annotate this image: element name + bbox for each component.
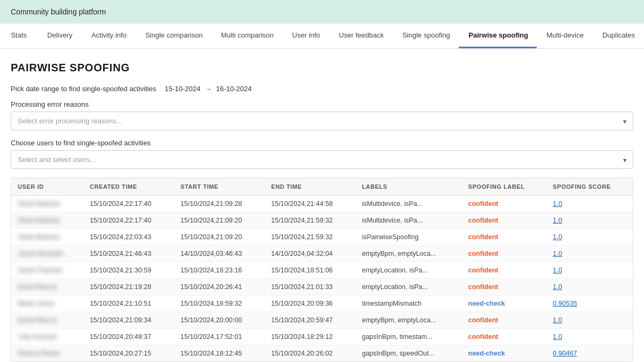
cell-spoofing-score[interactable]: 1.0 xyxy=(546,196,633,212)
tab-multi-device[interactable]: Multi-device xyxy=(537,24,592,48)
error-reasons-dropdown-wrapper: Select error processing reasons... xyxy=(11,112,633,130)
score-link[interactable]: 1.0 xyxy=(553,316,562,324)
cell-end-time: 15/10/2024,20:59:47 xyxy=(265,312,355,329)
cell-created-time: 15/10/2024,21:19:28 xyxy=(83,279,174,295)
cell-labels: emptyBpm, emptyLoca... xyxy=(355,246,462,262)
tab-user-feedback[interactable]: User feedback xyxy=(329,24,392,48)
cell-spoofing-score[interactable]: 1.0 xyxy=(546,229,633,246)
cell-created-time: 15/10/2024,21:10:51 xyxy=(83,295,174,312)
cell-spoofing-score[interactable]: 1.0 xyxy=(546,329,633,345)
error-reasons-label: Processing error reasons xyxy=(11,100,633,108)
table-row: David Marcus15/10/2024,21:09:3415/10/202… xyxy=(11,312,633,329)
cell-created-time: 15/10/2024,21:30:59 xyxy=(83,262,174,279)
date-arrow: → xyxy=(205,85,212,93)
cell-labels: isMultidevice, isPa... xyxy=(355,212,462,229)
data-table: USER IDCREATED TIMESTART TIMEEND TIMELAB… xyxy=(11,178,633,361)
tab-single-comparison[interactable]: Single comparison xyxy=(136,24,211,48)
cell-labels: timestampMismatch xyxy=(355,295,462,312)
cell-user-id: Olivia Martinez xyxy=(11,196,83,212)
tab-single-spoofing[interactable]: Single spoofing xyxy=(393,24,459,48)
cell-labels: isMultidevice, isPa... xyxy=(355,196,462,212)
table-row: Shauna Reiner15/10/2024,20:27:1515/10/20… xyxy=(11,345,633,362)
score-link[interactable]: 0.90467 xyxy=(553,350,577,357)
cell-spoofing-score[interactable]: 1.0 xyxy=(546,246,633,262)
col-spoofing-score: SPOOFING SCORE xyxy=(546,178,633,196)
cell-user-id: David Marcus xyxy=(11,312,83,329)
cell-created-time: 15/10/2024,20:49:37 xyxy=(83,329,174,345)
tab-user-info[interactable]: User info xyxy=(282,24,329,48)
cell-spoofing-score[interactable]: 1.0 xyxy=(546,212,633,229)
cell-spoofing-label: confident xyxy=(462,196,546,212)
cell-created-time: 15/10/2024,22:17:40 xyxy=(83,212,174,229)
date-start: 15-10-2024 xyxy=(165,85,201,93)
cell-user-id: Sarah Freeman xyxy=(11,262,83,279)
table-header: USER IDCREATED TIMESTART TIMEEND TIMELAB… xyxy=(11,178,633,196)
cell-start-time: 15/10/2024,17:52:01 xyxy=(174,329,265,345)
tab-stats[interactable]: Stats xyxy=(0,24,38,48)
top-bar: Community building platform xyxy=(0,0,644,24)
cell-spoofing-score[interactable]: 1.0 xyxy=(546,262,633,279)
col-start-time: START TIME xyxy=(174,178,265,196)
table-row: Martin Jones15/10/2024,21:10:5115/10/202… xyxy=(11,295,633,312)
score-link[interactable]: 1.0 xyxy=(553,267,562,274)
cell-end-time: 15/10/2024,20:09:36 xyxy=(265,295,355,312)
cell-end-time: 14/10/2024,04:32:04 xyxy=(265,246,355,262)
table-row: Olivia Martinez15/10/2024,22:17:4015/10/… xyxy=(11,196,633,212)
cell-start-time: 15/10/2024,21:09:20 xyxy=(174,212,265,229)
cell-end-time: 15/10/2024,21:01:33 xyxy=(265,279,355,295)
cell-end-time: 15/10/2024,18:51:06 xyxy=(265,262,355,279)
tab-activity-info[interactable]: Activity info xyxy=(82,24,136,48)
tab-multi-comparison[interactable]: Multi comparison xyxy=(211,24,283,48)
tab-duplicates[interactable]: Duplicates xyxy=(592,24,644,48)
col-user-id: USER ID xyxy=(11,178,83,196)
cell-user-id: Olivia Martinez xyxy=(11,212,83,229)
cell-start-time: 15/10/2024,21:09:20 xyxy=(174,229,265,246)
cell-spoofing-label: confident xyxy=(462,262,546,279)
score-link[interactable]: 1.0 xyxy=(553,217,562,224)
cell-created-time: 15/10/2024,20:27:15 xyxy=(83,345,174,362)
cell-end-time: 15/10/2024,21:59:32 xyxy=(265,212,355,229)
score-link[interactable]: 1.0 xyxy=(553,233,562,241)
table-row: Olivia Martinez15/10/2024,22:17:4015/10/… xyxy=(11,212,633,229)
cell-end-time: 15/10/2024,21:59:32 xyxy=(265,229,355,246)
cell-created-time: 15/10/2024,21:09:34 xyxy=(83,312,174,329)
cell-spoofing-score[interactable]: 1.0 xyxy=(546,312,633,329)
users-dropdown-wrapper: Select and select users... xyxy=(11,150,633,169)
app-title: Community building platform xyxy=(11,8,106,16)
cell-labels: emptyBpm, emptyLoca... xyxy=(355,312,462,329)
score-link[interactable]: 1.0 xyxy=(553,200,562,208)
cell-labels: emptyLocation, isPa... xyxy=(355,262,462,279)
cell-spoofing-score[interactable]: 0.90535 xyxy=(546,295,633,312)
users-dropdown[interactable]: Select and select users... xyxy=(11,150,633,169)
tab-pairwise-spoofing[interactable]: Pairwise spoofing xyxy=(459,24,537,48)
score-link[interactable]: 1.0 xyxy=(553,283,562,291)
cell-start-time: 15/10/2024,18:23:16 xyxy=(174,262,265,279)
cell-spoofing-label: confident xyxy=(462,246,546,262)
date-range: 15-10-2024 → 16-10-2024 xyxy=(165,85,252,93)
cell-user-id: Yuko Azumari xyxy=(11,329,83,345)
cell-spoofing-label: confident xyxy=(462,212,546,229)
table-body: Olivia Martinez15/10/2024,22:17:4015/10/… xyxy=(11,196,633,362)
cell-spoofing-label: need-check xyxy=(462,295,546,312)
cell-user-id: James Browden xyxy=(11,246,83,262)
main-content: PAIRWISE SPOOFING Pick date range to fin… xyxy=(0,49,644,362)
error-reasons-dropdown[interactable]: Select error processing reasons... xyxy=(11,112,633,130)
cell-spoofing-label: confident xyxy=(462,329,546,345)
cell-start-time: 14/10/2024,03:46:43 xyxy=(174,246,265,262)
cell-spoofing-score[interactable]: 1.0 xyxy=(546,279,633,295)
cell-user-id: Olivia Martinez xyxy=(11,229,83,246)
score-link[interactable]: 0.90535 xyxy=(553,300,577,307)
cell-labels: gapsInBpm, speedOut... xyxy=(355,345,462,362)
tab-delivery[interactable]: Delivery xyxy=(38,24,82,48)
score-link[interactable]: 1.0 xyxy=(553,250,562,257)
cell-user-id: Martin Jones xyxy=(11,295,83,312)
col-created-time: CREATED TIME xyxy=(83,178,174,196)
data-table-wrapper: USER IDCREATED TIMESTART TIMEEND TIMELAB… xyxy=(11,178,633,362)
score-link[interactable]: 1.0 xyxy=(553,333,562,341)
cell-spoofing-score[interactable]: 0.90467 xyxy=(546,345,633,362)
table-row: Sarah Freeman15/10/2024,21:30:5915/10/20… xyxy=(11,262,633,279)
cell-spoofing-label: confident xyxy=(462,229,546,246)
cell-spoofing-label: confident xyxy=(462,312,546,329)
users-filter-label: Choose users to find single-spoofed acti… xyxy=(11,139,633,147)
cell-start-time: 15/10/2024,20:00:00 xyxy=(174,312,265,329)
